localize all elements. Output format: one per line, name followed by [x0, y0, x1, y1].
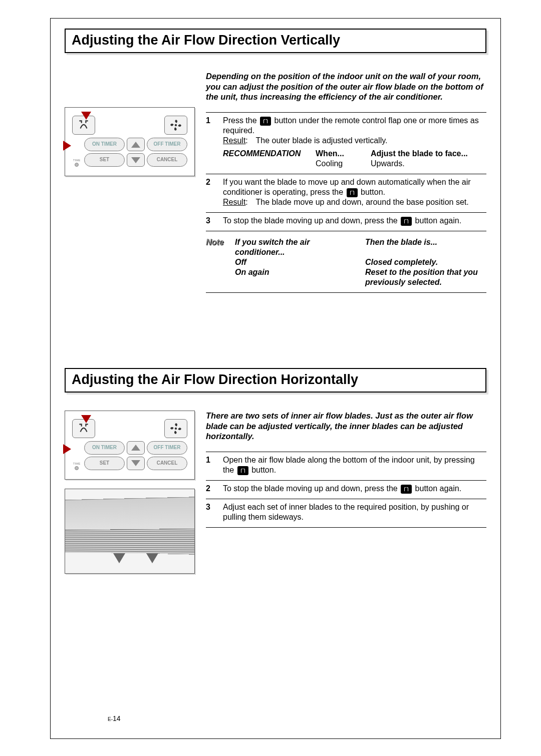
red-arrow-marker-top: [81, 112, 91, 120]
up-arrow-icon: [131, 142, 140, 148]
red-arrow-marker-side: [63, 141, 71, 151]
swing-icon: [77, 422, 90, 435]
section2: Adjusting the Air Flow Direction Horizon…: [65, 368, 486, 574]
s2-step1-num: 1: [206, 455, 215, 475]
s2-step2-row: 2 To stop the blade moving up and down, …: [206, 484, 486, 494]
step1-result-label: Result: [223, 136, 245, 145]
step2-row: 2 If you want the blade to move up and d…: [206, 177, 486, 207]
down-arrow-icon: [131, 157, 140, 163]
set-button: SET: [84, 457, 125, 470]
page-num-value: 14: [113, 714, 121, 722]
on-timer-button: ON TIMER: [84, 138, 125, 151]
section1-title: Adjusting the Air Flow Direction Vertica…: [72, 33, 479, 48]
divider: [206, 292, 486, 293]
set-button: SET: [84, 153, 125, 167]
on-timer-button: ON TIMER: [84, 441, 125, 455]
down-arrow-button: [127, 153, 145, 167]
time-label: TIME: [73, 159, 80, 162]
note-head-right: Then the blade is...: [365, 237, 486, 257]
up-arrow-icon: [131, 445, 140, 451]
s2-step1-text-b: button.: [251, 466, 276, 474]
section2-body: TIME ON TIMER OFF TIMER SET: [65, 411, 486, 574]
airflow-arrow-icon: [113, 553, 125, 563]
section1-body: TIME ON TIMER OFF TIMER SET: [65, 71, 486, 293]
cancel-button: CANCEL: [147, 153, 187, 167]
section2-title-box: Adjusting the Air Flow Direction Horizon…: [65, 368, 486, 393]
section2-right-col: There are two sets of inner air flow bla…: [206, 411, 486, 574]
time-label: TIME: [73, 462, 80, 465]
step1-text-a: Press the: [223, 116, 259, 125]
time-label-col: TIME: [72, 138, 81, 167]
section1-intro: Depending on the position of the indoor …: [206, 71, 486, 102]
section1-title-box: Adjusting the Air Flow Direction Vertica…: [65, 29, 486, 53]
remote-illustration: TIME ON TIMER OFF TIMER SET: [65, 411, 195, 480]
cancel-label: CANCEL: [157, 461, 178, 466]
s2-step3-text: Adjust each set of inner blades to the r…: [223, 502, 486, 522]
page-frame: Adjusting the Air Flow Direction Vertica…: [50, 18, 501, 739]
s2-step2-num: 2: [206, 484, 215, 494]
section2-left-col: TIME ON TIMER OFF TIMER SET: [65, 411, 195, 574]
off-timer-label: OFF TIMER: [154, 445, 181, 451]
section1-right-col: Depending on the position of the indoor …: [206, 71, 486, 293]
fan-icon: [169, 422, 182, 435]
step3-num: 3: [206, 216, 215, 226]
step2-num: 2: [206, 177, 215, 207]
step3-row: 3 To stop the blade moving up and down, …: [206, 216, 486, 226]
s2-step3-row: 3 Adjust each set of inner blades to the…: [206, 502, 486, 522]
note-r1-left: Off: [235, 257, 355, 267]
note-block: Note If you switch the air conditioner..…: [206, 237, 486, 287]
ac-unit-illustration: [65, 489, 195, 574]
note-label: Note: [206, 237, 228, 287]
step1-num: 1: [206, 116, 215, 169]
step2-result-text: : The blade move up and down, around the…: [245, 198, 468, 206]
s2-step2-text-b: button again.: [415, 484, 462, 493]
step3-text-b: button again.: [415, 216, 462, 225]
rec-adj-head: Adjust the blade to face...: [371, 149, 468, 159]
step1-result-text: : The outer blade is adjusted vertically…: [245, 136, 387, 145]
note-r2-right: Reset to the position that you previousl…: [365, 267, 486, 287]
rec-adj-val: Upwards.: [371, 159, 468, 169]
recommendation-row: RECOMMENDATION When... Cooling Adjust th…: [223, 149, 486, 169]
fan-button-icon: [164, 116, 187, 135]
red-arrow-marker-top: [81, 415, 91, 423]
svg-point-0: [175, 124, 177, 126]
time-dot-icon: [75, 163, 79, 167]
swing-button-inline-icon: [401, 485, 412, 494]
step1-row: 1 Press the button under the remote cont…: [206, 116, 486, 169]
down-arrow-icon: [131, 460, 140, 466]
note-r1-right: Closed completely.: [365, 257, 486, 267]
off-timer-label: OFF TIMER: [154, 142, 181, 147]
s2-step1-row: 1 Open the air flow blade along the bott…: [206, 455, 486, 475]
step2-result-label: Result: [223, 198, 245, 206]
on-timer-label: ON TIMER: [92, 445, 117, 451]
swing-icon: [77, 119, 90, 132]
section1-left-col: TIME ON TIMER OFF TIMER SET: [65, 71, 195, 293]
step3-text-a: To stop the blade moving up and down, pr…: [223, 216, 400, 225]
rec-when-val: Cooling: [316, 159, 361, 169]
up-arrow-button: [127, 138, 145, 151]
down-arrow-button: [127, 457, 145, 470]
cancel-label: CANCEL: [157, 157, 178, 163]
ac-vents-icon: [65, 528, 195, 554]
section2-title: Adjusting the Air Flow Direction Horizon…: [72, 372, 479, 388]
svg-point-1: [175, 428, 177, 430]
s2-step3-num: 3: [206, 502, 215, 522]
up-arrow-button: [127, 441, 145, 455]
section2-intro: There are two sets of inner air flow bla…: [206, 411, 486, 442]
step2-text-b: button.: [361, 188, 385, 196]
set-label: SET: [100, 157, 109, 163]
set-label: SET: [100, 461, 109, 466]
off-timer-button: OFF TIMER: [147, 441, 187, 455]
remote-illustration: TIME ON TIMER OFF TIMER SET: [65, 107, 195, 176]
swing-button-inline-icon: [260, 117, 271, 126]
fan-button-icon: [164, 419, 187, 438]
time-label-col: TIME: [72, 441, 81, 470]
divider: [206, 527, 486, 528]
swing-button-inline-icon: [347, 188, 358, 197]
off-timer-button: OFF TIMER: [147, 138, 187, 151]
note-r2-left: On again: [235, 267, 355, 287]
airflow-arrow-icon: [146, 553, 158, 563]
rec-when-head: When...: [316, 149, 361, 159]
recommendation-label: RECOMMENDATION: [223, 149, 306, 169]
page-num-prefix: E-: [108, 716, 113, 722]
